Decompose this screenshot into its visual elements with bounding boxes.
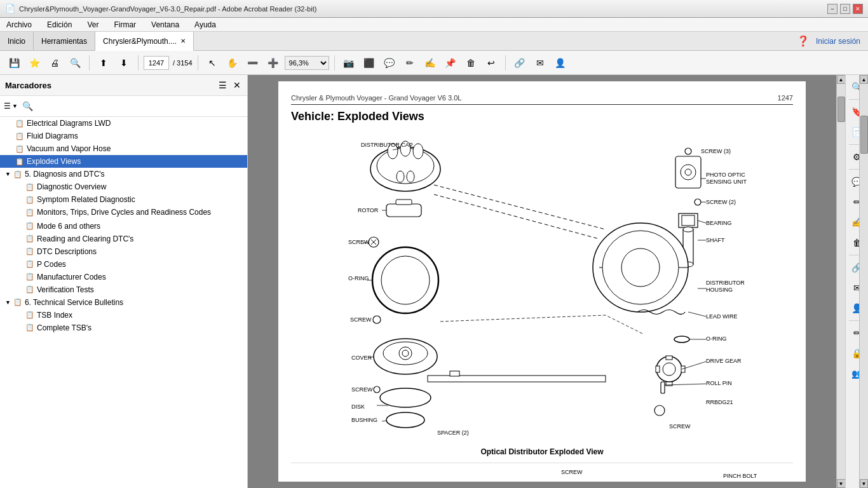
pdf-content: DISTRIBUTOR CAP ROTOR SCREW bbox=[291, 131, 793, 482]
bookmark-complete-tsb[interactable]: 📋 Complete TSB's bbox=[0, 322, 247, 334]
cursor-tool-button[interactable]: ↖ bbox=[203, 54, 221, 72]
delete-button[interactable]: 🗑 bbox=[462, 54, 480, 72]
sidebar-view-options[interactable]: ☰ ▼ bbox=[4, 102, 18, 111]
bookmark-symptom[interactable]: 📋 Symptom Related Diagnostic bbox=[0, 193, 247, 206]
svg-point-34 bbox=[695, 199, 701, 205]
bookmark-vacuum[interactable]: 📋 Vacuum and Vapor Hose bbox=[0, 142, 247, 155]
hand-tool-button[interactable]: ✋ bbox=[224, 54, 241, 72]
bookmark-reading[interactable]: 📋 Reading and Clearing DTC's bbox=[0, 233, 247, 245]
print-button[interactable]: 🖨 bbox=[46, 54, 64, 72]
highlight-button[interactable]: ✏ bbox=[401, 54, 419, 72]
label-screw2-right: SCREW (2) bbox=[706, 199, 736, 205]
label-dist-housing1: DISTRIBUTOR bbox=[706, 280, 745, 286]
next-page-button[interactable]: ⬇ bbox=[115, 54, 133, 72]
bookmark-label-tsb-index: TSB Index bbox=[37, 311, 72, 320]
iniciar-sesion-button[interactable]: Iniciar sesión bbox=[816, 37, 860, 46]
bookmark-icon-mfrcodes: 📋 bbox=[25, 273, 34, 281]
svg-point-18 bbox=[373, 316, 381, 323]
tab-herramientas[interactable]: Herramientas bbox=[34, 32, 95, 50]
sidebar-search-button[interactable]: 🔍 bbox=[20, 98, 36, 114]
sidebar-close-button[interactable]: ✕ bbox=[232, 79, 242, 92]
bookmark-exploded[interactable]: 📋 Exploded Views bbox=[0, 155, 247, 168]
label-shaft: SHAFT bbox=[706, 237, 725, 243]
label-cover: COVER bbox=[351, 355, 372, 361]
bookmarks-tree[interactable]: 📋 Electrical Diagrams LWD 📋 Fluid Diagra… bbox=[0, 117, 247, 488]
bookmark-verify[interactable]: 📋 Verification Tests bbox=[0, 283, 247, 296]
zoom-select[interactable]: 50% 75% 96,3% 100% 125% 150% 200% bbox=[285, 56, 329, 70]
bookmark-icon-tsb-index: 📋 bbox=[25, 311, 34, 319]
svg-line-63 bbox=[434, 194, 599, 239]
pdf-page-title: Vehicle: Exploded Views bbox=[291, 110, 793, 123]
scroll-thumb[interactable] bbox=[837, 97, 845, 122]
bookmark-mfrcodes[interactable]: 📋 Manufacturer Codes bbox=[0, 271, 247, 283]
bookmark-icon-symptom: 📋 bbox=[25, 196, 34, 204]
svg-rect-9 bbox=[396, 200, 412, 205]
sidebar-options-button[interactable]: ☰ bbox=[217, 79, 228, 92]
bookmark-diagnosis[interactable]: ▼ 📋 5. Diagnosis and DTC's bbox=[0, 168, 247, 180]
bookmark-electrical[interactable]: 📋 Electrical Diagrams LWD bbox=[0, 117, 247, 130]
close-button[interactable]: ✕ bbox=[853, 4, 863, 14]
marquee-button[interactable]: ⬛ bbox=[360, 54, 378, 72]
scroll-up-button[interactable]: ▲ bbox=[837, 75, 846, 84]
menu-archivo[interactable]: Archivo bbox=[3, 19, 36, 30]
link-button[interactable]: 🔗 bbox=[511, 54, 529, 72]
reduce-zoom-button[interactable]: 🔍 bbox=[66, 54, 84, 72]
minimize-button[interactable]: − bbox=[827, 4, 837, 14]
tab-inicio[interactable]: Inicio bbox=[0, 32, 34, 50]
svg-point-27 bbox=[386, 412, 424, 428]
bookmark-tsb[interactable]: ▼ 📋 6. Technical Service Bulletins bbox=[0, 296, 247, 309]
menu-firmar[interactable]: Firmar bbox=[110, 19, 140, 30]
bookmark-label-mfrcodes: Manufacturer Codes bbox=[37, 273, 106, 281]
svg-rect-65 bbox=[450, 371, 459, 376]
label-photo-optic2: SENSING UNIT bbox=[706, 179, 747, 185]
svg-rect-54 bbox=[666, 356, 672, 360]
bookmark-label-diag-overview: Diagnostic Overview bbox=[37, 182, 106, 191]
svg-point-24 bbox=[374, 386, 380, 393]
label-spacer: SPACER (2) bbox=[437, 430, 469, 436]
sidebar-title: Marcadores bbox=[5, 81, 51, 90]
draw-button[interactable]: ✍ bbox=[421, 54, 439, 72]
bookmark-button[interactable]: ⭐ bbox=[25, 54, 43, 72]
pdf-header-right: 1247 bbox=[778, 94, 793, 102]
svg-point-5 bbox=[397, 171, 404, 182]
email-button[interactable]: ✉ bbox=[531, 54, 549, 72]
prev-page-button[interactable]: ⬆ bbox=[95, 54, 112, 72]
label-bushing: BUSHING bbox=[351, 417, 377, 423]
zoom-in-button[interactable]: ➕ bbox=[264, 54, 282, 72]
bookmark-label-pcodes: P Codes bbox=[37, 260, 66, 269]
svg-point-53 bbox=[663, 363, 675, 376]
bookmark-dtcdesc[interactable]: 📋 DTC Descriptions bbox=[0, 245, 247, 258]
bookmark-mode6[interactable]: 📋 Mode 6 and others bbox=[0, 220, 247, 233]
svg-point-29 bbox=[685, 148, 691, 154]
bookmark-fluid[interactable]: 📋 Fluid Diagrams bbox=[0, 130, 247, 142]
menu-ayuda[interactable]: Ayuda bbox=[191, 19, 220, 30]
bookmark-tsb-index[interactable]: 📋 TSB Index bbox=[0, 309, 247, 322]
pdf-scrollbar[interactable]: ▲ ▼ bbox=[836, 75, 845, 488]
comment-button[interactable]: 💬 bbox=[381, 54, 398, 72]
bookmark-monitors[interactable]: 📋 Monitors, Trips, Drive Cycles and Read… bbox=[0, 206, 247, 220]
separator-5 bbox=[505, 55, 506, 71]
user-button[interactable]: 👤 bbox=[552, 54, 569, 72]
snapshot-button[interactable]: 📷 bbox=[340, 54, 358, 72]
maximize-button[interactable]: □ bbox=[840, 4, 850, 14]
menu-ventana[interactable]: Ventana bbox=[147, 19, 183, 30]
bookmark-pcodes[interactable]: 📋 P Codes bbox=[0, 258, 247, 271]
undo-button[interactable]: ↩ bbox=[482, 54, 500, 72]
menu-ver[interactable]: Ver bbox=[83, 19, 102, 30]
svg-line-49 bbox=[688, 312, 706, 316]
pdf-scroll-area[interactable]: Chrysler & Plymouth Voyager - Grand Voya… bbox=[248, 75, 845, 488]
tab-document[interactable]: Chrysler&Plymouth.... ✕ bbox=[95, 32, 194, 51]
svg-rect-37 bbox=[682, 215, 695, 226]
bookmark-icon-electrical: 📋 bbox=[15, 119, 24, 128]
save-button[interactable]: 💾 bbox=[5, 54, 23, 72]
menu-edicion[interactable]: Edición bbox=[43, 19, 76, 30]
tab-close-button[interactable]: ✕ bbox=[180, 37, 186, 44]
label-dash-panel1: DASH PANEL STEERING bbox=[595, 480, 661, 482]
zoom-out-button[interactable]: ➖ bbox=[244, 54, 262, 72]
page-number-input[interactable] bbox=[144, 56, 169, 70]
stamp-button[interactable]: 📌 bbox=[442, 54, 459, 72]
tabs-bar: Inicio Herramientas Chrysler&Plymouth...… bbox=[0, 32, 868, 51]
help-icon[interactable]: ❓ bbox=[797, 35, 810, 47]
bookmark-diag-overview[interactable]: 📋 Diagnostic Overview bbox=[0, 180, 247, 193]
scroll-down-button[interactable]: ▼ bbox=[837, 479, 846, 488]
